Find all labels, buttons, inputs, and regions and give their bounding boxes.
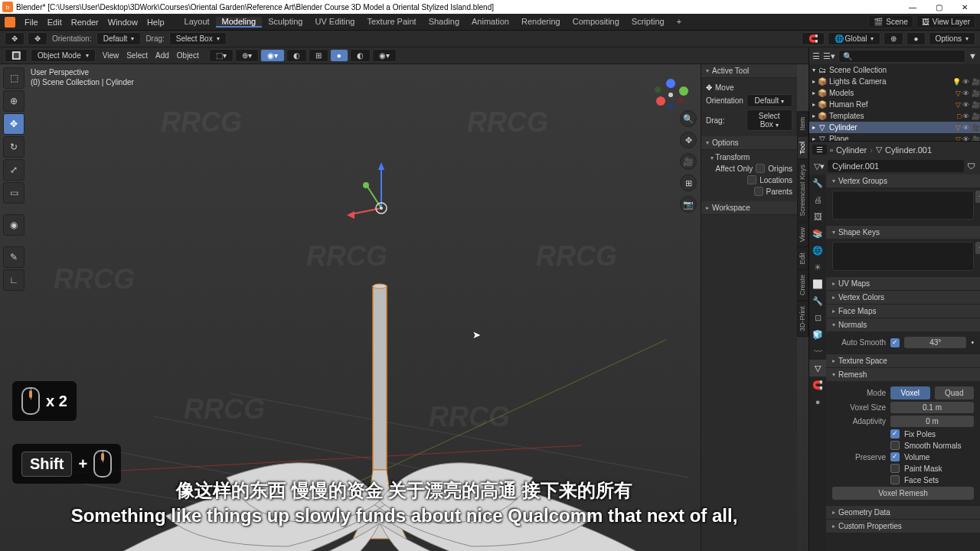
ptab-13[interactable]: ●	[809, 393, 826, 410]
remesh-header[interactable]: Remesh	[826, 368, 980, 381]
orientation-dropdown[interactable]: Default	[96, 32, 142, 45]
shape-keys-header[interactable]: Shape Keys	[826, 226, 980, 239]
shading-solid-icon[interactable]: ●	[330, 49, 348, 62]
add-vgroup-button[interactable]: +	[975, 191, 980, 203]
shading-render-icon[interactable]: ◉▾	[372, 49, 397, 62]
adaptivity-field[interactable]: 0 m	[890, 416, 974, 427]
outliner-item-templates[interactable]: ▸📦Templates□ 👁 🎥	[809, 110, 980, 122]
cursor-tool-icon[interactable]: ✥	[28, 32, 47, 45]
minimize-button[interactable]: —	[900, 0, 926, 14]
ptab-4[interactable]: 🌐	[809, 242, 826, 259]
filter-icon[interactable]: ▼	[969, 51, 977, 60]
scene-selector[interactable]: 🎬Scene	[868, 15, 913, 28]
global-orient-dropdown[interactable]: 🌐 Global	[828, 32, 881, 45]
axis-gizmo[interactable]	[652, 76, 690, 114]
ntab-3d-print[interactable]: 3D-Print	[797, 301, 808, 337]
auto-smooth-angle[interactable]: 43°	[904, 337, 966, 348]
drag-select[interactable]: Select Box	[746, 109, 793, 131]
texture-space-header[interactable]: Texture Space	[826, 354, 980, 367]
ntab-screencast-keys[interactable]: Screencast Keys	[797, 159, 808, 222]
geometry-data-header[interactable]: Geometry Data	[826, 506, 980, 519]
parents-checkbox[interactable]	[754, 187, 763, 196]
uv-maps-header[interactable]: UV Maps	[826, 277, 980, 290]
paint-mask-checkbox[interactable]	[890, 464, 900, 473]
menu-render[interactable]: Render	[67, 18, 103, 27]
display-mode-icon[interactable]: ☰▾	[823, 51, 835, 61]
gizmo-vis-icon[interactable]: ⊕▾	[235, 49, 259, 62]
workspace-compositing[interactable]: Compositing	[567, 17, 626, 28]
workspace-uv-editing[interactable]: UV Editing	[309, 17, 361, 28]
vertex-colors-header[interactable]: Vertex Colors	[826, 291, 980, 304]
voxel-remesh-button[interactable]: Voxel Remesh	[832, 487, 974, 500]
outliner-item-lights-&-camera[interactable]: ▸📦Lights & Camera💡 👁 🎥	[809, 76, 980, 87]
vpmenu-select[interactable]: Select	[122, 51, 152, 60]
shape-keys-list[interactable]	[832, 242, 974, 271]
ptab-3[interactable]: 📚	[809, 225, 826, 242]
ntab-view[interactable]: View	[797, 222, 808, 247]
menu-window[interactable]: Window	[103, 18, 142, 27]
workspace-scripting[interactable]: Scripting	[626, 17, 671, 28]
select-mode-icon[interactable]: ⬚▾	[209, 49, 234, 62]
outliner-icon[interactable]: ☰	[812, 51, 820, 61]
ptab-5[interactable]: ☀	[809, 259, 826, 276]
active-tool-header[interactable]: Active Tool	[701, 64, 797, 78]
move-tool-icon[interactable]: ✥	[5, 32, 24, 45]
navgizmo-3[interactable]: ⊞	[680, 174, 697, 191]
vpmenu-view[interactable]: View	[99, 51, 123, 60]
workspace-+[interactable]: +	[671, 17, 688, 28]
workspace-modeling[interactable]: Modeling	[216, 17, 263, 28]
normals-header[interactable]: Normals	[826, 318, 980, 331]
origins-checkbox[interactable]	[756, 164, 765, 173]
add-shapekey-button[interactable]: +	[975, 242, 980, 254]
navgizmo-4[interactable]: 📷	[680, 196, 697, 213]
ptab-8[interactable]: ⊡	[809, 309, 826, 326]
transform-subheader[interactable]: Transform	[710, 153, 792, 161]
vertex-groups-list[interactable]	[832, 191, 974, 220]
ptab-2[interactable]: 🖼	[809, 208, 826, 225]
ptab-9[interactable]: 🧊	[809, 326, 826, 343]
workspace-rendering[interactable]: Rendering	[515, 17, 567, 28]
face-maps-header[interactable]: Face Maps	[826, 305, 980, 318]
menu-file[interactable]: File	[20, 18, 43, 27]
vpmenu-object[interactable]: Object	[173, 51, 203, 60]
ptab-6[interactable]: ⬜	[809, 276, 826, 292]
mesh-name-field[interactable]: Cylinder.001	[828, 160, 964, 172]
vpmenu-add[interactable]: Add	[152, 51, 173, 60]
workspace-sculpting[interactable]: Sculpting	[262, 17, 309, 28]
smooth-normals-checkbox[interactable]	[890, 441, 900, 450]
drag-dropdown[interactable]: Select Box	[169, 32, 227, 45]
outliner[interactable]: ▾🗂Scene Collection▸📦Lights & Camera💡 👁 🎥…	[809, 64, 980, 141]
shading-matprev-icon[interactable]: ◐	[350, 49, 371, 62]
maximize-button[interactable]: ▢	[926, 0, 952, 14]
fix-poles-checkbox[interactable]	[890, 429, 900, 439]
workspace-header[interactable]: Workspace	[701, 201, 797, 215]
quad-mode-button[interactable]: Quad	[935, 386, 975, 399]
locations-checkbox[interactable]	[747, 175, 756, 184]
auto-smooth-checkbox[interactable]	[890, 338, 900, 347]
editor-type[interactable]: 🔳	[5, 49, 28, 62]
viewlayer-selector[interactable]: 🖼View Layer	[916, 15, 975, 28]
custom-props-header[interactable]: Custom Properties	[826, 520, 980, 533]
outliner-item-plane[interactable]: ▸▽Plane▽ 👁 🎥	[809, 133, 980, 141]
outliner-root[interactable]: ▾🗂Scene Collection	[809, 64, 980, 76]
workspace-texture-paint[interactable]: Texture Paint	[361, 17, 422, 28]
ntab-edit[interactable]: Edit	[797, 247, 808, 270]
snap-target[interactable]: ⊕	[884, 32, 903, 45]
shading-wire-icon[interactable]: ⊞	[309, 49, 328, 62]
ntab-create[interactable]: Create	[797, 269, 808, 301]
navgizmo-0[interactable]: 🔍	[680, 110, 697, 127]
outliner-item-human-ref[interactable]: ▸📦Human Ref▽ 👁 🎥	[809, 99, 980, 110]
outliner-search[interactable]: 🔍	[838, 50, 965, 63]
workspace-shading[interactable]: Shading	[423, 17, 466, 28]
ptab-10[interactable]: 〰	[809, 343, 826, 360]
menu-edit[interactable]: Edit	[43, 18, 67, 27]
navgizmo-1[interactable]: ✥	[680, 132, 697, 148]
vertex-groups-header[interactable]: Vertex Groups	[826, 174, 980, 187]
options-header[interactable]: Options	[701, 136, 797, 150]
xray-icon[interactable]: ◐	[286, 49, 307, 62]
menu-help[interactable]: Help	[142, 18, 169, 27]
orientation-select[interactable]: Default	[746, 94, 792, 107]
ptab-11[interactable]: ▽	[809, 360, 826, 377]
prop-edit-icon[interactable]: ●	[906, 32, 925, 45]
props-editor-icon[interactable]: ☰	[812, 145, 827, 155]
